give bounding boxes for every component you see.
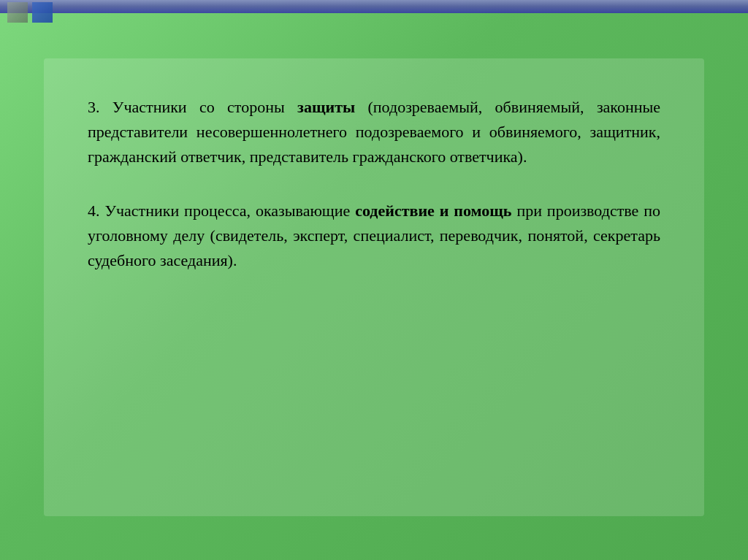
paragraph-4-text-before: Участники процесса, оказывающие [100,202,356,220]
paragraph-3-number: 3. [88,98,100,116]
deco-square-gray [7,2,28,23]
top-bar [0,0,748,13]
paragraph-3-bold: защиты [297,98,355,116]
paragraph-4-bold: содействие и помощь [355,202,511,220]
paragraph-3: 3. Участники со стороны защиты (подозрев… [88,95,660,169]
top-decoration [7,2,53,23]
content-card: 3. Участники со стороны защиты (подозрев… [44,58,704,516]
paragraph-4-number: 4. [88,202,100,220]
paragraph-3-text-before: Участники со стороны [100,98,298,116]
deco-square-blue [32,2,53,23]
paragraph-4: 4. Участники процесса, оказывающие содей… [88,199,660,273]
